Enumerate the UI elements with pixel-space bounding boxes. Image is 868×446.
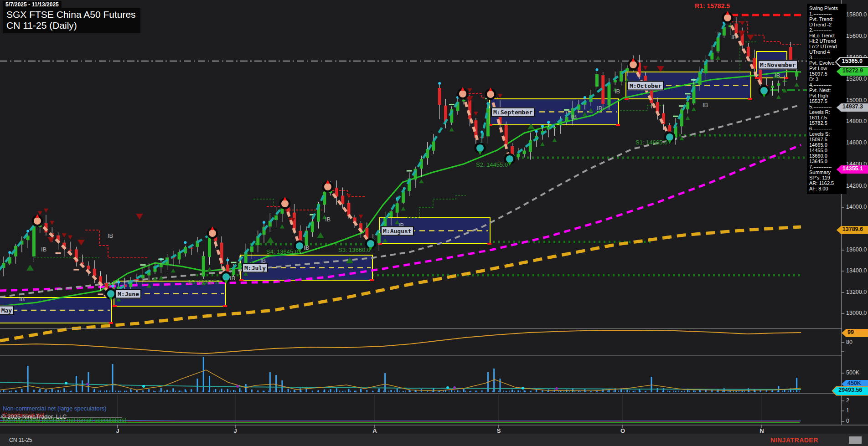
large-down-triangle (657, 66, 664, 72)
green-dash-marker (691, 79, 697, 81)
volume-bar (512, 390, 513, 392)
swing-pivots-line: UTrend 4 (809, 49, 847, 55)
cyan-dot-marker (226, 259, 229, 261)
volume-bar (548, 390, 549, 392)
volume-bar (100, 390, 101, 392)
support-level-label: S4: 13645.0 (266, 248, 298, 255)
volume-bar (172, 388, 174, 392)
axis-value-tag-outline: 15365.0 (835, 57, 868, 67)
volume-bar (124, 391, 125, 392)
salmon-dash-marker (98, 293, 103, 295)
large-down-triangle (136, 214, 143, 220)
cyan-dot-marker (535, 130, 538, 133)
volume-bar (403, 391, 404, 392)
volume-bar (239, 388, 240, 392)
oscillator-line (0, 330, 801, 354)
up-signal-triangle (552, 138, 557, 142)
price-axis-label: 14600.0 (846, 139, 867, 146)
swing-pivot-high (630, 61, 637, 68)
volume-bar (620, 389, 622, 392)
salmon-dash-marker (73, 269, 79, 271)
ib-range-label: IB (571, 113, 577, 120)
volume-purple-dot (555, 387, 558, 390)
axis-value-tag: 14937.3 (837, 103, 868, 112)
swing-pivots-line: 6.----------- (809, 126, 847, 131)
swing-pivots-line: Pvt High (809, 93, 847, 98)
candle-body (208, 236, 211, 257)
volume-bar (796, 378, 797, 392)
monthly-box-label: M:June (115, 289, 141, 298)
green-dash-marker (449, 104, 455, 105)
candle-body (202, 256, 205, 277)
volume-purple-dot (236, 385, 239, 388)
volume-secondary-line (0, 370, 801, 391)
swing-pivots-line: D: 3 (809, 77, 847, 82)
price-axis-label: 15000.0 (846, 97, 867, 103)
volume-bar (469, 391, 470, 392)
swing-pivots-line: 13645.0 (809, 159, 847, 164)
support-level-label: S3: 13660.0 (338, 246, 370, 253)
up-signal-triangle (171, 268, 176, 272)
swing-pivot-high (34, 217, 41, 225)
volume-bar (554, 390, 555, 392)
price-axis-label: 0 (846, 418, 849, 424)
large-up-triangle (26, 265, 34, 271)
box-corner-tick (755, 77, 759, 79)
cyan-dot-marker (263, 221, 265, 224)
price-axis-label: 13000.0 (846, 310, 867, 316)
swing-pivots-line: 15782.5 (809, 120, 847, 126)
down-signal-triangle (44, 209, 48, 213)
date-range: 5/7/2025 - 11/13/2025 (3, 1, 62, 8)
volume-bar (324, 390, 325, 392)
resize-grip[interactable] (849, 436, 862, 444)
volume-bar (227, 389, 228, 392)
up-signal-triangle (776, 95, 781, 99)
volume-bar (517, 390, 519, 392)
box-corner-tick (109, 322, 113, 324)
cyan-dot-marker (26, 230, 29, 232)
candle-body (717, 37, 720, 51)
volume-bar (342, 391, 343, 392)
swing-pivots-line: 15097.5 (809, 137, 847, 142)
candle-body (777, 83, 780, 86)
time-axis-label: N (760, 427, 764, 434)
volume-bar (215, 389, 216, 392)
volume-bar (94, 389, 95, 392)
chart-canvas[interactable] (0, 0, 868, 446)
volume-bar (179, 390, 180, 392)
box-corner-tick (616, 124, 620, 126)
down-signal-triangle (468, 88, 472, 92)
up-signal-triangle (450, 127, 454, 131)
time-axis-label: S (497, 427, 501, 434)
salmon-dash-marker (56, 252, 61, 254)
volume-bar (203, 357, 204, 392)
candle-body (402, 191, 405, 203)
swing-pivots-line: 14455.0 (809, 148, 847, 153)
swing-pivots-line: SP's: 119 (809, 175, 847, 180)
down-signal-triangle (359, 215, 363, 219)
volume-bar (196, 379, 198, 392)
up-signal-triangle (795, 82, 799, 87)
legend-noncommercial-net: Non-commercial net (large speculators) (3, 405, 107, 412)
green-stop-steps (407, 195, 466, 218)
green-dash-marker (158, 258, 164, 260)
volume-bar (27, 366, 29, 392)
volume-bar (15, 390, 16, 392)
volume-bar (57, 390, 59, 392)
volume-bar (336, 388, 337, 392)
up-signal-triangle (692, 107, 696, 111)
candle-body (608, 84, 611, 105)
candle-body (486, 108, 490, 136)
volume-bar (693, 390, 694, 392)
green-dash-marker (231, 262, 237, 263)
axis-value-tag-outline: 29493.56 (832, 386, 868, 396)
ib-range-label: IB (703, 102, 708, 108)
volume-bar (9, 391, 10, 392)
cyan-dot-marker (117, 281, 120, 283)
ib-range-label: IB (325, 216, 331, 223)
green-dash-marker (564, 109, 569, 111)
price-axis-label: 2 (846, 397, 849, 404)
time-axis-label: A (372, 427, 377, 434)
volume-bar (209, 376, 210, 392)
volume-bar (463, 389, 465, 392)
